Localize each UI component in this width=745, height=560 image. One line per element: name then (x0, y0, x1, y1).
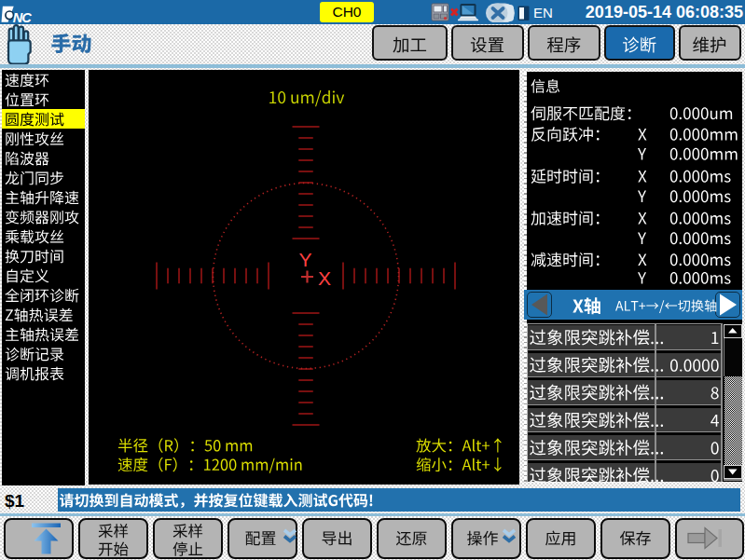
svg-text:NC: NC (13, 10, 32, 22)
svg-text:Y: Y (298, 249, 311, 270)
svg-text:X: X (318, 267, 331, 289)
